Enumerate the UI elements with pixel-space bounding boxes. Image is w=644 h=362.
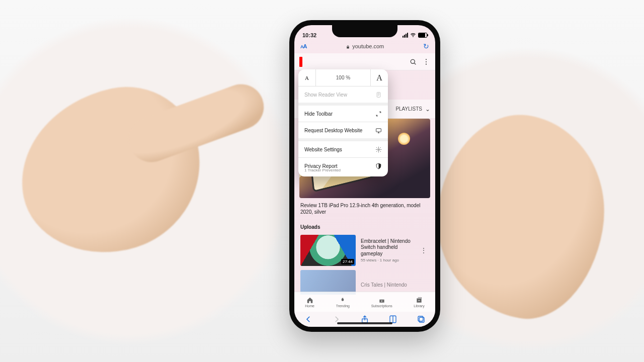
svg-rect-6: [376, 128, 381, 132]
youtube-bottom-tabs: Home Trending Subscriptions Library: [294, 292, 435, 312]
tab-trending[interactable]: Trending: [336, 297, 350, 308]
tab-home[interactable]: Home: [305, 297, 314, 308]
svg-point-0: [413, 37, 413, 37]
tab-playlists[interactable]: PLAYLISTS: [395, 106, 422, 112]
safari-address-bar[interactable]: AA youtube.com ↻: [294, 39, 435, 53]
svg-point-1: [411, 59, 415, 63]
svg-rect-5: [377, 92, 380, 97]
video-stats: 55 views · 1 hour ago: [361, 258, 413, 262]
back-button[interactable]: [304, 315, 313, 324]
list-item[interactable]: 27:44 Embracelet | Nintendo Switch handh…: [294, 233, 435, 268]
url-domain: youtube.com: [352, 43, 384, 49]
uploads-heading: Uploads: [294, 219, 435, 233]
shield-icon: [375, 163, 382, 169]
privacy-subtext: 1 Tracker Prevented: [298, 168, 388, 176]
menu-website-settings[interactable]: Website Settings: [298, 141, 388, 157]
video-title[interactable]: Embracelet | Nintendo Switch handheld ga…: [361, 238, 413, 257]
expand-icon: [375, 111, 382, 117]
svg-rect-9: [419, 317, 424, 322]
gear-icon: [375, 146, 382, 153]
subscriptions-icon: [378, 297, 385, 304]
menu-show-reader: Show Reader View: [298, 86, 388, 103]
svg-point-2: [426, 59, 427, 60]
video-title[interactable]: Cris Tales | Nintendo: [361, 282, 429, 289]
svg-point-4: [426, 63, 427, 64]
aa-menu-popup: A 100 % A Show Reader View Hide Toolbar …: [298, 69, 388, 176]
svg-rect-10: [418, 316, 423, 321]
home-indicator[interactable]: [337, 322, 392, 324]
zoom-in-button[interactable]: A: [371, 73, 388, 82]
battery-icon: [418, 33, 427, 38]
aa-button[interactable]: AA: [300, 43, 306, 49]
clock: 10:32: [302, 32, 316, 38]
more-vert-icon[interactable]: ⋮: [418, 246, 429, 254]
desktop-icon: [375, 127, 382, 134]
trending-icon: [339, 297, 346, 304]
chevron-down-icon[interactable]: ⌄: [425, 106, 430, 113]
safari-toolbar: [294, 312, 435, 327]
duration-badge: 27:44: [341, 259, 354, 264]
youtube-top-bar: [294, 53, 435, 70]
iphone-device: 10:32 AA youtube.com ↻: [289, 20, 440, 332]
reload-icon[interactable]: ↻: [423, 42, 429, 50]
menu-request-desktop[interactable]: Request Desktop Website: [298, 122, 388, 138]
lock-icon: [346, 44, 350, 49]
notch: [332, 25, 397, 37]
search-icon[interactable]: [409, 58, 417, 66]
reader-icon: [375, 92, 382, 98]
more-vert-icon[interactable]: [422, 58, 430, 66]
svg-point-7: [378, 148, 379, 150]
video-thumbnail[interactable]: 27:44: [300, 235, 356, 266]
video-thumbnail[interactable]: [300, 270, 356, 295]
featured-video-title[interactable]: Review 1TB iPad Pro 12.9-inch 4th genera…: [294, 198, 435, 219]
library-icon: [416, 297, 423, 304]
youtube-logo[interactable]: [299, 57, 302, 67]
svg-point-3: [426, 61, 427, 62]
menu-hide-toolbar[interactable]: Hide Toolbar: [298, 106, 388, 122]
tab-subscriptions[interactable]: Subscriptions: [371, 297, 392, 308]
wifi-icon: [410, 32, 416, 38]
tabs-button[interactable]: [417, 315, 426, 324]
zoom-out-button[interactable]: A: [298, 75, 315, 81]
list-item[interactable]: Cris Tales | Nintendo: [294, 268, 435, 295]
tab-library[interactable]: Library: [414, 297, 424, 308]
home-icon: [306, 297, 313, 304]
zoom-value: 100 %: [315, 69, 371, 86]
screen: 10:32 AA youtube.com ↻: [294, 25, 435, 327]
cellular-icon: [403, 33, 408, 38]
